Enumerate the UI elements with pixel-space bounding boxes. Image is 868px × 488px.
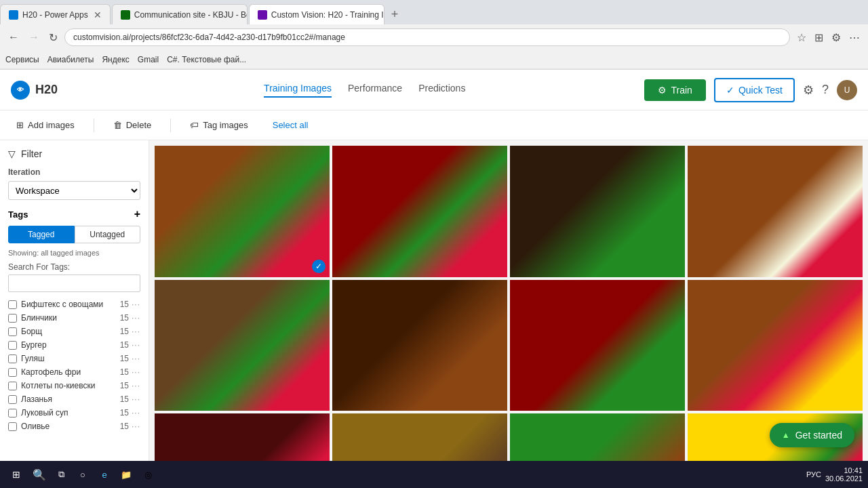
forward-button[interactable]: → xyxy=(26,30,42,45)
bookmark-servisy[interactable]: Сервисы xyxy=(5,55,39,64)
tag-more-9[interactable]: ··· xyxy=(132,422,140,431)
tag-checkbox-1[interactable] xyxy=(8,314,17,323)
tab-close-powerapps[interactable]: ✕ xyxy=(94,9,102,20)
tab-icon-customvision xyxy=(258,10,267,20)
tag-count-9: 15 xyxy=(120,422,129,431)
tag-more-3[interactable]: ··· xyxy=(132,340,140,350)
select-all-button[interactable]: Select all xyxy=(273,120,309,130)
tag-count-0: 15 xyxy=(120,300,129,309)
tag-name-8[interactable]: Луковый суп xyxy=(21,408,120,418)
tag-checkbox-3[interactable] xyxy=(8,341,17,350)
start-button[interactable]: ⊞ xyxy=(5,464,27,485)
image-item[interactable] xyxy=(510,280,685,411)
nav-performance[interactable]: Performance xyxy=(348,83,402,98)
tag-checkbox-7[interactable] xyxy=(8,395,17,404)
tab-title-customvision: Custom Vision: H20 - Training Im... xyxy=(271,10,384,20)
tag-name-1[interactable]: Блинчики xyxy=(21,313,120,323)
tag-checkbox-4[interactable] xyxy=(8,354,17,363)
tag-more-0[interactable]: ··· xyxy=(132,300,140,309)
collections-icon[interactable]: ⊞ xyxy=(812,30,826,45)
taskbar-taskview[interactable]: ⧉ xyxy=(52,465,71,484)
new-tab-button[interactable]: + xyxy=(386,7,404,22)
bookmark-csharp[interactable]: C#. Текстовые фай... xyxy=(167,55,246,64)
search-tags-input[interactable] xyxy=(8,274,140,292)
tag-name-4[interactable]: Гуляш xyxy=(21,354,120,363)
tag-list-item: Бургер 15 ··· xyxy=(8,338,140,352)
tag-name-7[interactable]: Лазанья xyxy=(21,394,120,404)
tab-sharepoint[interactable]: Communication site - KBJU - Bo... ✕ xyxy=(112,4,248,24)
tag-checkbox-9[interactable] xyxy=(8,422,17,431)
header-actions: ⚙ Train ✓ Quick Test ⚙ ? U xyxy=(644,78,857,102)
tag-checkbox-6[interactable] xyxy=(8,382,17,390)
image-item[interactable] xyxy=(332,146,507,277)
add-images-button[interactable]: ⊞ Add images xyxy=(11,117,80,133)
tag-name-3[interactable]: Бургер xyxy=(21,340,120,350)
toolbar: ⊞ Add images 🗑 Delete 🏷 Tag images Selec… xyxy=(0,110,868,140)
browser-actions: ☆ ⊞ ⚙ ⋯ xyxy=(794,30,863,45)
back-button[interactable]: ← xyxy=(5,30,22,45)
help-icon[interactable]: ? xyxy=(822,83,829,97)
extensions-icon[interactable]: ⚙ xyxy=(829,30,844,45)
tag-name-0[interactable]: Бифштекс с овощами xyxy=(21,300,120,309)
tab-customvision[interactable]: Custom Vision: H20 - Training Im... ✕ xyxy=(249,4,384,24)
user-avatar[interactable]: U xyxy=(837,80,857,100)
tag-name-2[interactable]: Борщ xyxy=(21,327,120,336)
quicktest-button[interactable]: ✓ Quick Test xyxy=(714,78,795,102)
tab-power-apps[interactable]: H20 - Power Apps ✕ xyxy=(0,4,111,24)
settings-icon[interactable]: ⚙ xyxy=(803,83,814,98)
refresh-button[interactable]: ↻ xyxy=(46,30,60,45)
more-icon[interactable]: ⋯ xyxy=(846,30,863,45)
tag-more-1[interactable]: ··· xyxy=(132,313,140,323)
taskbar-tray: РУС 10:41 30.06.2021 xyxy=(806,466,863,483)
tag-more-4[interactable]: ··· xyxy=(132,354,140,363)
tag-list-item: Борщ 15 ··· xyxy=(8,325,140,338)
tag-name-6[interactable]: Котлеты по-киевски xyxy=(21,381,120,390)
add-tag-icon[interactable]: + xyxy=(134,208,140,220)
image-item[interactable] xyxy=(332,280,507,411)
image-item[interactable] xyxy=(155,280,330,411)
cortana-icon: ○ xyxy=(80,470,85,480)
get-started-button[interactable]: Get started xyxy=(770,423,854,447)
tag-list-item: Картофель фри 15 ··· xyxy=(8,365,140,379)
tag-more-7[interactable]: ··· xyxy=(132,394,140,404)
tab-title-powerapps: H20 - Power Apps xyxy=(22,10,88,20)
image-item[interactable] xyxy=(688,146,863,277)
tag-more-2[interactable]: ··· xyxy=(132,327,140,336)
delete-button[interactable]: 🗑 Delete xyxy=(108,117,157,133)
untagged-tab[interactable]: Untagged xyxy=(75,226,141,243)
filter-header[interactable]: ▽ Filter xyxy=(8,148,140,159)
favorites-icon[interactable]: ☆ xyxy=(794,30,809,45)
tag-more-8[interactable]: ··· xyxy=(132,408,140,418)
nav-predictions[interactable]: Predictions xyxy=(418,83,465,98)
taskbar-edge[interactable]: e xyxy=(95,465,114,484)
taskbar-cortana[interactable]: ○ xyxy=(73,465,92,484)
bookmark-gmail[interactable]: Gmail xyxy=(138,55,159,64)
search-tags-label: Search For Tags: xyxy=(8,262,140,272)
nav-training-images[interactable]: Training Images xyxy=(264,83,332,98)
tab-icon-powerapps xyxy=(9,10,18,20)
image-item[interactable] xyxy=(510,146,685,277)
image-item[interactable]: ✓ xyxy=(155,146,330,277)
image-item[interactable] xyxy=(688,280,863,411)
taskbar-explorer[interactable]: 📁 xyxy=(117,465,136,484)
bookmark-avia[interactable]: Авиабилеты xyxy=(47,55,94,64)
tag-name-9[interactable]: Оливье xyxy=(21,422,120,431)
delete-icon: 🗑 xyxy=(113,120,122,130)
tag-more-6[interactable]: ··· xyxy=(132,381,140,390)
tag-checkbox-2[interactable] xyxy=(8,327,17,336)
tag-images-button[interactable]: 🏷 Tag images xyxy=(184,117,253,133)
taskbar-chrome[interactable]: ◎ xyxy=(138,465,157,484)
url-input[interactable] xyxy=(64,28,790,46)
bookmark-yandex[interactable]: Яндекс xyxy=(102,55,129,64)
train-button[interactable]: ⚙ Train xyxy=(644,79,705,101)
tag-checkbox-5[interactable] xyxy=(8,368,17,377)
tag-checkbox-8[interactable] xyxy=(8,409,17,418)
main-layout: ▽ Filter Iteration Workspace Tags + Tagg… xyxy=(0,140,868,486)
tag-name-5[interactable]: Картофель фри xyxy=(21,367,120,377)
tagged-tab[interactable]: Tagged xyxy=(8,226,75,243)
showing-text: Showing: all tagged images xyxy=(8,249,140,257)
tag-more-5[interactable]: ··· xyxy=(132,367,140,377)
iteration-select[interactable]: Workspace xyxy=(8,181,140,200)
tag-checkbox-0[interactable] xyxy=(8,300,17,309)
taskbar-search[interactable]: 🔍 xyxy=(30,465,49,484)
